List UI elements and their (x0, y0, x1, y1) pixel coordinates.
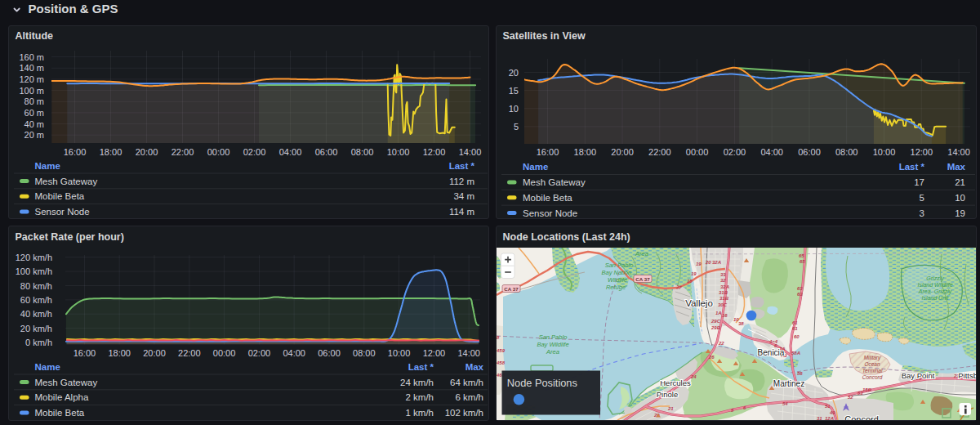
svg-text:21: 21 (667, 406, 674, 411)
svg-text:0 km/h: 0 km/h (25, 338, 52, 347)
svg-text:19: 19 (696, 262, 702, 266)
svg-text:Mesh Gateway: Mesh Gateway (35, 177, 98, 186)
svg-text:Bay Point: Bay Point (902, 371, 935, 380)
svg-text:12:00: 12:00 (911, 147, 933, 157)
svg-text:160 m: 160 m (19, 52, 44, 62)
svg-text:102 km/h: 102 km/h (445, 408, 483, 418)
svg-text:Terminal: Terminal (862, 368, 883, 374)
svg-text:10: 10 (955, 193, 965, 203)
svg-text:24: 24 (690, 374, 697, 379)
svg-text:20 m: 20 m (24, 130, 44, 140)
svg-text:32A: 32A (712, 260, 721, 265)
svg-text:Island Unit: Island Unit (921, 295, 949, 301)
svg-text:4=4: 4=4 (768, 339, 778, 344)
svg-text:Mobile Alpha: Mobile Alpha (35, 392, 89, 402)
svg-text:31B: 31B (719, 296, 729, 301)
svg-text:20 km/h: 20 km/h (20, 324, 52, 333)
svg-text:Mobile Beta: Mobile Beta (523, 193, 572, 203)
svg-text:15: 15 (509, 86, 519, 96)
svg-text:02:00: 02:00 (243, 147, 266, 157)
svg-text:14:00: 14:00 (947, 147, 970, 157)
svg-text:Area- Grizzly: Area- Grizzly (918, 289, 952, 295)
svg-text:60 km/h: 60 km/h (20, 295, 52, 305)
svg-text:16: 16 (722, 313, 728, 318)
svg-text:458: 458 (496, 360, 506, 365)
svg-text:64 km/h: 64 km/h (450, 378, 483, 387)
svg-text:Mobile Beta: Mobile Beta (35, 191, 85, 201)
svg-text:10:00: 10:00 (387, 147, 410, 157)
svg-text:18:00: 18:00 (100, 147, 122, 157)
svg-text:Benicia: Benicia (758, 348, 785, 357)
svg-text:Name: Name (35, 161, 60, 171)
svg-text:10:00: 10:00 (873, 147, 896, 157)
svg-text:22: 22 (718, 341, 724, 346)
svg-text:38: 38 (738, 321, 744, 326)
svg-text:20:00: 20:00 (143, 348, 166, 358)
svg-text:18:00: 18:00 (574, 147, 597, 157)
svg-text:29B: 29B (710, 325, 721, 330)
svg-text:Mobile Beta: Mobile Beta (35, 408, 85, 418)
svg-text:Last *: Last * (899, 162, 925, 172)
svg-text:04:00: 04:00 (283, 348, 305, 358)
svg-text:San Pablo: San Pablo (539, 333, 568, 341)
svg-text:20:00: 20:00 (611, 147, 634, 157)
svg-text:Altitude: Altitude (16, 30, 54, 42)
svg-text:61: 61 (792, 320, 798, 325)
svg-text:2 km/h: 2 km/h (405, 392, 434, 402)
svg-text:100 m: 100 m (19, 86, 44, 96)
svg-text:00:00: 00:00 (207, 147, 230, 157)
svg-text:Area: Area (546, 348, 559, 356)
svg-text:Bay Wildlife: Bay Wildlife (537, 341, 568, 348)
svg-text:14:00: 14:00 (457, 348, 480, 358)
svg-text:Mesh Gateway: Mesh Gateway (523, 177, 586, 187)
svg-text:San Pablo: San Pablo (605, 262, 634, 269)
svg-text:Hercules: Hercules (660, 378, 691, 387)
svg-text:5: 5 (920, 193, 924, 203)
svg-text:16:00: 16:00 (537, 147, 559, 157)
svg-text:06:00: 06:00 (798, 147, 821, 157)
svg-text:54: 54 (782, 401, 788, 406)
svg-text:12:00: 12:00 (423, 147, 446, 157)
svg-text:Position & GPS: Position & GPS (29, 2, 118, 16)
svg-text:Bay Nation...: Bay Nation... (602, 269, 637, 276)
svg-text:17: 17 (914, 177, 924, 187)
svg-text:18: 18 (687, 279, 693, 284)
svg-text:Max: Max (947, 162, 966, 172)
svg-text:18:00: 18:00 (108, 348, 131, 358)
svg-text:Last *: Last * (408, 362, 434, 372)
svg-text:00:00: 00:00 (686, 147, 709, 157)
svg-text:3: 3 (920, 208, 924, 218)
svg-text:Area: Area (635, 250, 648, 257)
svg-text:06:00: 06:00 (318, 348, 341, 358)
svg-text:04:00: 04:00 (279, 147, 302, 157)
svg-text:112 m: 112 m (449, 177, 474, 186)
svg-text:65: 65 (800, 259, 805, 264)
svg-text:Vallejo: Vallejo (685, 298, 713, 308)
svg-text:29C: 29C (710, 319, 721, 324)
svg-text:114 m: 114 m (449, 207, 474, 217)
svg-text:Sensor Node: Sensor Node (35, 207, 90, 217)
svg-text:120 m: 120 m (19, 74, 44, 84)
svg-text:61: 61 (792, 326, 798, 331)
svg-text:02:00: 02:00 (248, 348, 271, 358)
svg-text:Last *: Last * (449, 161, 475, 171)
svg-text:1 km/h: 1 km/h (405, 408, 434, 418)
svg-text:Satellites in View: Satellites in View (503, 30, 586, 42)
svg-text:10: 10 (509, 104, 519, 114)
svg-text:34 m: 34 m (453, 191, 474, 201)
svg-text:58A: 58A (791, 351, 800, 356)
svg-text:06:00: 06:00 (315, 147, 338, 157)
svg-text:120 km/h: 120 km/h (16, 253, 52, 262)
svg-text:08:00: 08:00 (353, 348, 376, 358)
svg-text:33: 33 (720, 272, 726, 277)
svg-text:19: 19 (691, 271, 697, 276)
svg-text:19: 19 (955, 208, 965, 218)
svg-text:24 km/h: 24 km/h (400, 378, 434, 387)
svg-text:16:00: 16:00 (64, 147, 87, 157)
svg-text:140 m: 140 m (19, 63, 44, 73)
svg-text:Pinole: Pinole (657, 390, 678, 399)
svg-text:Node Locations (Last 24h): Node Locations (Last 24h) (503, 231, 630, 243)
svg-text:Name: Name (35, 362, 60, 372)
svg-text:Node Positions: Node Positions (507, 377, 577, 389)
svg-text:22:00: 22:00 (178, 348, 201, 358)
